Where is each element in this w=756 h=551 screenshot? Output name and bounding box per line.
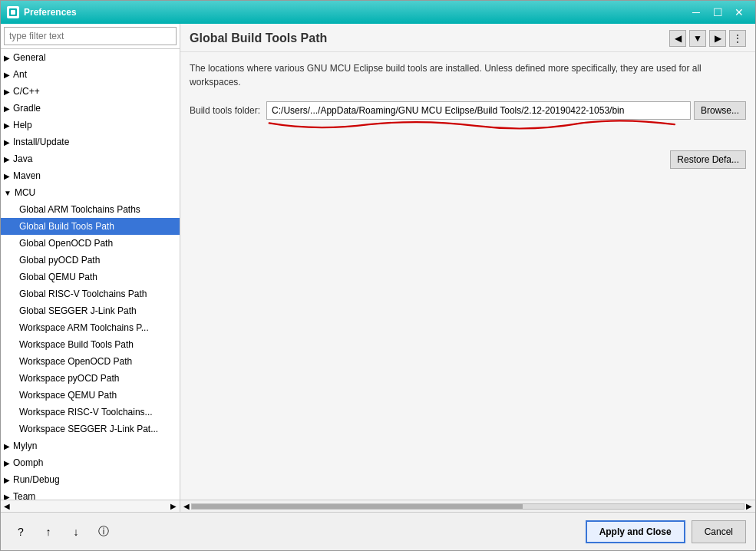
sidebar-item-workspace-openocd[interactable]: Workspace OpenOCD Path <box>1 353 180 370</box>
main-content: ▶ General ▶ Ant ▶ C/C++ ▶ Gradle <box>1 24 755 512</box>
sidebar-item-general[interactable]: ▶ General <box>1 49 180 66</box>
scroll-left-icon[interactable]: ◀ <box>4 502 10 510</box>
arrow-icon: ▶ <box>4 442 10 450</box>
sidebar-item-ant[interactable]: ▶ Ant <box>1 66 180 83</box>
sidebar-item-team[interactable]: ▶ Team <box>1 488 180 500</box>
content-panel: Global Build Tools Path ◀ ▼ ▶ ⋮ <box>180 24 755 512</box>
cancel-button[interactable]: Cancel <box>692 520 746 543</box>
restore-area: Restore Defa... <box>190 147 746 172</box>
more-icon: ⋮ <box>733 33 742 44</box>
sidebar-item-label: MCU <box>15 187 35 198</box>
browse-button[interactable]: Browse... <box>694 101 746 120</box>
sidebar-item-install-update[interactable]: ▶ Install/Update <box>1 134 180 150</box>
export-icon: ↑ <box>46 526 51 538</box>
sidebar-item-maven[interactable]: ▶ Maven <box>1 167 180 184</box>
nav-back-button[interactable]: ◀ <box>669 30 686 47</box>
sidebar-item-global-pyocd[interactable]: Global pyOCD Path <box>1 252 180 269</box>
back-icon: ◀ <box>675 33 682 44</box>
sidebar-item-label: Global OpenOCD Path <box>19 238 113 249</box>
sidebar-item-mylyn[interactable]: ▶ Mylyn <box>1 437 180 454</box>
export-button[interactable]: ↑ <box>38 521 59 543</box>
sidebar-item-global-openocd[interactable]: Global OpenOCD Path <box>1 235 180 252</box>
app-icon <box>7 6 19 18</box>
scroll-right-icon[interactable]: ▶ <box>170 502 177 510</box>
sidebar-item-cpp[interactable]: ▶ C/C++ <box>1 83 180 100</box>
sidebar-item-label: Workspace ARM Toolchains P... <box>19 322 149 333</box>
sidebar-item-label: Mylyn <box>13 440 37 451</box>
dropdown-icon: ▼ <box>693 33 702 44</box>
sidebar-item-label: Global QEMU Path <box>19 272 97 282</box>
sidebar-item-global-riscv[interactable]: Global RISC-V Toolchains Path <box>1 285 180 302</box>
window-title: Preferences <box>24 7 686 18</box>
sidebar-item-label: Ant <box>13 69 27 80</box>
restore-button[interactable]: ☐ <box>708 5 728 20</box>
bottom-left-icons: ? ↑ ↓ ⓘ <box>10 521 579 543</box>
panel-hscroll: ◀ ▶ <box>180 500 755 512</box>
sidebar-item-workspace-build[interactable]: Workspace Build Tools Path <box>1 336 180 353</box>
preferences-window: Preferences ─ ☐ ✕ ▶ General ▶ Ant <box>0 0 756 551</box>
build-tools-input[interactable] <box>266 101 691 120</box>
sidebar-item-label: Workspace OpenOCD Path <box>19 356 132 367</box>
nav-forward-button[interactable]: ▶ <box>709 30 726 47</box>
restore-defaults-button[interactable]: Restore Defa... <box>670 150 746 169</box>
arrow-icon: ▶ <box>4 172 10 180</box>
apply-close-button[interactable]: Apply and Close <box>586 520 685 543</box>
svg-rect-1 <box>11 10 15 15</box>
sidebar-item-global-arm[interactable]: Global ARM Toolchains Paths <box>1 201 180 218</box>
forward-icon: ▶ <box>715 33 721 44</box>
sidebar-item-workspace-riscv[interactable]: Workspace RISC-V Toolchains... <box>1 404 180 421</box>
close-button[interactable]: ✕ <box>729 5 749 20</box>
sidebar-item-global-segger[interactable]: Global SEGGER J-Link Path <box>1 302 180 319</box>
hscroll-left-icon[interactable]: ◀ <box>182 502 191 510</box>
help-button[interactable]: ? <box>10 521 31 543</box>
sidebar-item-label: Oomph <box>13 457 43 468</box>
panel-header: Global Build Tools Path ◀ ▼ ▶ ⋮ <box>180 24 755 52</box>
sidebar-item-workspace-segger[interactable]: Workspace SEGGER J-Link Pat... <box>1 421 180 437</box>
sidebar-item-global-qemu[interactable]: Global QEMU Path <box>1 269 180 285</box>
import-button[interactable]: ↓ <box>65 521 87 543</box>
help-icon: ? <box>18 526 24 538</box>
info-button[interactable]: ⓘ <box>93 521 114 543</box>
panel-nav: ◀ ▼ ▶ ⋮ <box>669 30 746 47</box>
sidebar-item-mcu[interactable]: ▼ MCU <box>1 184 180 201</box>
sidebar-item-label: Workspace QEMU Path <box>19 390 117 401</box>
sidebar-item-java[interactable]: ▶ Java <box>1 150 180 167</box>
sidebar-item-label: Global Build Tools Path <box>19 221 114 232</box>
sidebar-item-workspace-pyocd[interactable]: Workspace pyOCD Path <box>1 370 180 387</box>
nav-dropdown-button[interactable]: ▼ <box>689 30 706 47</box>
sidebar-item-gradle[interactable]: ▶ Gradle <box>1 100 180 117</box>
sidebar-item-run-debug[interactable]: ▶ Run/Debug <box>1 471 180 488</box>
sidebar-item-label: Workspace Build Tools Path <box>19 339 134 350</box>
arrow-icon: ▶ <box>4 87 10 96</box>
arrow-icon: ▶ <box>4 493 10 500</box>
sidebar-item-label: Maven <box>13 170 41 181</box>
arrow-icon: ▼ <box>4 189 12 197</box>
build-tools-input-wrapper <box>266 101 691 120</box>
description-text: The locations where various GNU MCU Ecli… <box>190 61 746 89</box>
minimize-button[interactable]: ─ <box>686 5 706 20</box>
import-icon: ↓ <box>74 526 79 538</box>
build-tools-label: Build tools folder: <box>190 105 260 116</box>
info-icon: ⓘ <box>98 525 109 539</box>
sidebar-item-oomph[interactable]: ▶ Oomph <box>1 454 180 471</box>
arrow-icon: ▶ <box>4 476 10 484</box>
sidebar-item-global-build-tools[interactable]: Global Build Tools Path <box>1 218 180 235</box>
sidebar-item-label: C/C++ <box>13 86 40 97</box>
arrow-icon: ▶ <box>4 138 10 147</box>
sidebar-item-help[interactable]: ▶ Help <box>1 117 180 134</box>
sidebar-item-label: Global SEGGER J-Link Path <box>19 305 137 316</box>
title-bar: Preferences ─ ☐ ✕ <box>1 1 755 24</box>
sidebar-item-label: Workspace RISC-V Toolchains... <box>19 407 153 417</box>
sidebar-item-label: Workspace SEGGER J-Link Pat... <box>19 424 158 434</box>
tree-container: ▶ General ▶ Ant ▶ C/C++ ▶ Gradle <box>1 49 180 500</box>
sidebar-item-label: Run/Debug <box>13 474 60 485</box>
sidebar-item-workspace-arm[interactable]: Workspace ARM Toolchains P... <box>1 319 180 336</box>
nav-more-button[interactable]: ⋮ <box>729 30 746 47</box>
hscroll-track[interactable] <box>191 503 744 510</box>
search-input[interactable] <box>4 27 177 45</box>
sidebar-item-label: Install/Update <box>13 137 69 147</box>
hscroll-right-icon[interactable]: ▶ <box>744 502 754 510</box>
sidebar-scroll-bottom: ◀ ▶ <box>1 500 180 512</box>
sidebar-item-workspace-qemu[interactable]: Workspace QEMU Path <box>1 387 180 404</box>
panel-title: Global Build Tools Path <box>190 31 327 45</box>
